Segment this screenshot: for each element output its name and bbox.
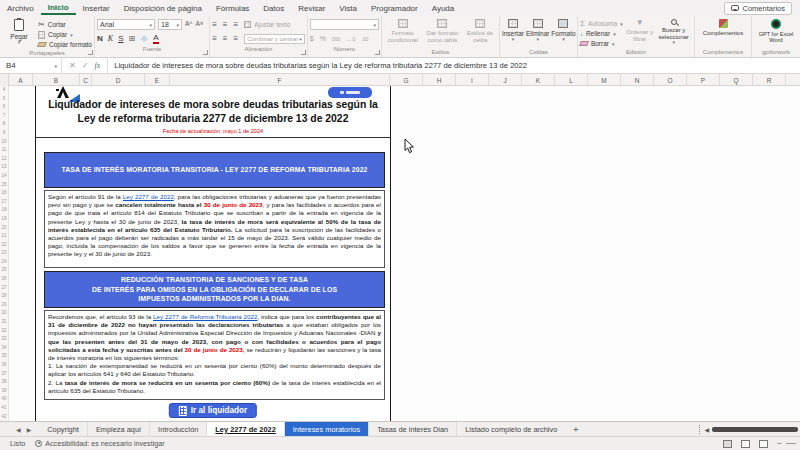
number-format-select[interactable]: ▾ (310, 19, 379, 30)
confirm-entry-icon[interactable]: ✓ (82, 61, 89, 70)
column-header[interactable]: J (489, 74, 522, 86)
insert-cells-button[interactable]: Insertar ▾ (502, 18, 524, 43)
row-header[interactable]: 14 (0, 172, 8, 181)
page-break-view-button[interactable] (759, 440, 768, 448)
sheet-tab-listado-completo[interactable]: Listado completo de archivo (457, 422, 565, 436)
sheet-grid[interactable]: 4567891011121314151617181920212223242526… (0, 86, 800, 421)
align-middle-icon[interactable]: ≡ (223, 21, 228, 29)
gpt-for-excel-button[interactable]: GPT for Excel Word (754, 18, 798, 43)
hyperlink[interactable]: Ley 2277 de 2022 (123, 193, 174, 200)
page-layout-view-button[interactable] (741, 440, 750, 448)
row-header[interactable]: 37 (0, 370, 8, 379)
row-header[interactable]: 4 (0, 86, 8, 95)
row-header[interactable]: 21 (0, 232, 8, 241)
row-header[interactable]: 25 (0, 266, 8, 275)
row-header[interactable]: 32 (0, 327, 8, 336)
font-size-select[interactable]: 18▾ (158, 19, 182, 30)
column-header[interactable]: M (588, 74, 621, 86)
dialog-launcher-icon[interactable] (301, 50, 306, 55)
align-right-icon[interactable]: ≡ (233, 35, 238, 43)
fill-button[interactable]: ↓Rellenar▾ (580, 29, 623, 38)
column-header[interactable]: L (555, 74, 588, 86)
underline-button[interactable]: S (118, 34, 123, 43)
tab-datos[interactable]: Datos (256, 2, 291, 14)
currency-icon[interactable]: $ (310, 35, 314, 42)
autosum-button[interactable]: ΣAutosuma▾ (580, 19, 623, 28)
row-header[interactable]: 18 (0, 206, 8, 215)
column-header[interactable]: H (423, 74, 456, 86)
sheet-tab-introduccion[interactable]: Introducción (150, 422, 207, 436)
row-header[interactable]: 38 (0, 378, 8, 387)
italic-button[interactable]: K (108, 34, 113, 43)
row-header[interactable]: 28 (0, 292, 8, 301)
row-header[interactable]: 5 (0, 95, 8, 104)
tab-archivo[interactable]: Archivo (0, 2, 41, 14)
row-header[interactable]: 17 (0, 198, 8, 207)
row-header[interactable]: 30 (0, 309, 8, 318)
select-all-corner[interactable] (0, 74, 9, 86)
align-center-icon[interactable]: ≡ (223, 35, 228, 43)
thousands-icon[interactable]: 000 (332, 36, 340, 42)
zoom-slider[interactable] (786, 443, 796, 444)
insert-function-icon[interactable]: fx (94, 61, 100, 70)
row-header[interactable]: 39 (0, 387, 8, 396)
sheet-tab-copyright[interactable]: Copyright (39, 422, 88, 436)
increase-font-icon[interactable]: A^ (185, 21, 192, 28)
percent-icon[interactable]: % (320, 35, 326, 42)
column-header[interactable]: P (687, 74, 720, 86)
decrease-decimal-icon[interactable]: .00 (361, 36, 368, 42)
new-sheet-button[interactable]: ＋ (565, 422, 586, 436)
tab-ayuda[interactable]: Ayuda (425, 2, 462, 14)
cut-button[interactable]: ✂Cortar (38, 20, 92, 29)
align-left-icon[interactable]: ≡ (212, 35, 217, 43)
format-cells-button[interactable]: Formato ▾ (551, 18, 575, 43)
row-header[interactable]: 8 (0, 120, 8, 129)
format-painter-button[interactable]: Copiar formato (38, 40, 92, 49)
row-header[interactable]: 40 (0, 395, 8, 404)
tab-disposicion[interactable]: Disposición de página (117, 2, 209, 14)
go-to-liquidator-button[interactable]: Ir al liquidador (169, 403, 257, 418)
wrap-text-button[interactable]: Ajustar texto (244, 20, 290, 29)
row-header[interactable]: 29 (0, 301, 8, 310)
prev-sheet-icon[interactable]: ◀ (16, 426, 21, 433)
zoom-out-icon[interactable]: − (777, 439, 782, 448)
accessibility-status[interactable]: Accesibilidad: es necesario investigar (35, 439, 164, 448)
borders-icon[interactable]: ⊞ (128, 35, 135, 43)
copy-button[interactable]: Copiar▾ (38, 30, 92, 39)
column-header[interactable]: R (753, 74, 786, 86)
tab-vista[interactable]: Vista (332, 2, 364, 14)
column-header[interactable]: D (92, 74, 145, 86)
column-header[interactable]: C (80, 74, 92, 86)
paste-button[interactable]: Pegar ▾ (2, 18, 36, 46)
bold-button[interactable]: N (97, 34, 103, 43)
hyperlink[interactable]: Ley 2277 de Reforma Tributaria 2022 (153, 313, 257, 320)
tab-formulas[interactable]: Fórmulas (209, 2, 256, 14)
find-select-button[interactable]: Buscar y seleccionar ▾ (657, 18, 691, 46)
dialog-launcher-icon[interactable] (203, 50, 208, 55)
row-header[interactable]: 6 (0, 103, 8, 112)
row-header[interactable]: 24 (0, 258, 8, 267)
next-sheet-icon[interactable]: ▶ (27, 426, 32, 433)
column-header[interactable]: A (9, 74, 33, 86)
row-header[interactable]: 10 (0, 138, 8, 147)
row-header[interactable]: 41 (0, 404, 8, 413)
delete-cells-button[interactable]: Eliminar ▾ (526, 18, 549, 43)
row-header[interactable]: 12 (0, 155, 8, 164)
horizontal-scrollbar-thumb[interactable] (712, 427, 798, 432)
row-header[interactable]: 31 (0, 318, 8, 327)
addins-button[interactable]: Complementos (697, 18, 749, 37)
font-name-select[interactable]: Arial▾ (97, 19, 155, 30)
column-header[interactable]: Q (720, 74, 753, 86)
dialog-launcher-icon[interactable] (88, 50, 93, 55)
format-as-table-button[interactable]: Dar formato como tabla (424, 18, 462, 43)
row-header[interactable]: 35 (0, 352, 8, 361)
sort-filter-button[interactable]: ▼ Ordenar y filtrar (625, 18, 655, 42)
column-header[interactable]: E (145, 74, 170, 86)
row-header[interactable]: 7 (0, 112, 8, 121)
column-header[interactable]: G (390, 74, 423, 86)
row-header[interactable]: 20 (0, 224, 8, 233)
row-header[interactable]: 19 (0, 215, 8, 224)
formula-input[interactable]: Liquidador de intereses de mora sobre de… (108, 61, 800, 70)
column-header[interactable]: N (621, 74, 654, 86)
row-header[interactable]: 34 (0, 344, 8, 353)
